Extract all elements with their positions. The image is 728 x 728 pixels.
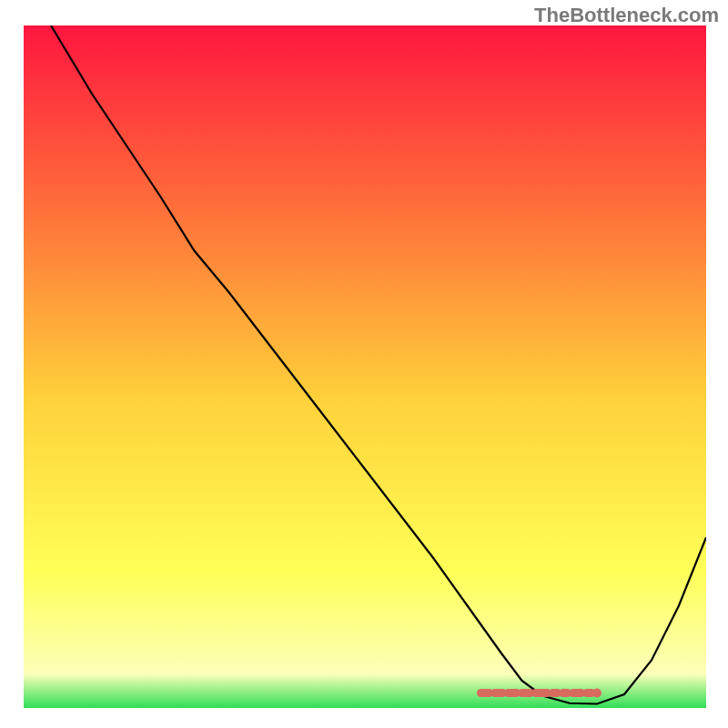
optimal-range-marker: [481, 689, 602, 698]
chart-plot-area: [24, 25, 706, 708]
gradient-background: [24, 25, 706, 708]
watermark-text: TheBottleneck.com: [534, 4, 719, 27]
optimal-range-end-dot: [592, 689, 602, 698]
chart-svg: [24, 25, 706, 708]
